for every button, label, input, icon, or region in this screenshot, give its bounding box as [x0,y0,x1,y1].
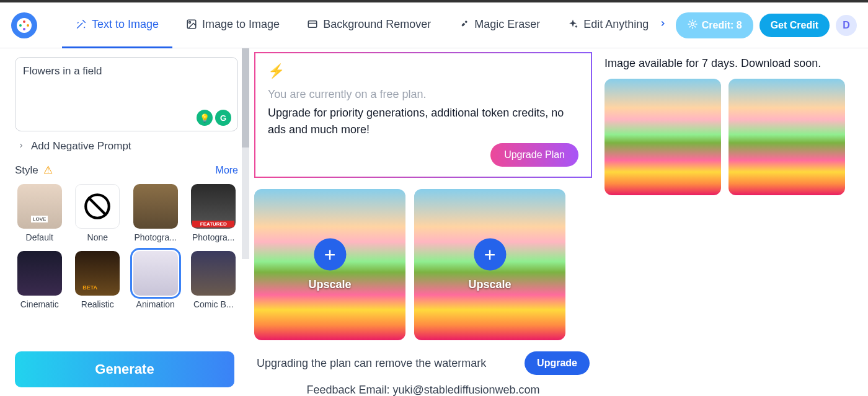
upscale-plus-icon[interactable]: + [314,239,346,271]
get-credit-button[interactable]: Get Credit [760,14,830,37]
warning-icon: ⚠ [43,164,53,177]
style-comic-book[interactable]: Comic B... [189,251,239,309]
style-realistic[interactable]: Realistic [73,251,123,309]
nav-edit-anything[interactable]: Edit Anything [554,2,652,48]
wand-icon [76,19,87,30]
prompt-input[interactable]: Flowers in a field 💡 G [15,57,238,131]
upgrade-description: Upgrade for priority generations, additi… [268,105,578,138]
nav-label: Image to Image [202,18,280,31]
svg-point-1 [189,22,191,24]
prompt-text: Flowers in a field [23,65,230,77]
nav-text-to-image[interactable]: Text to Image [62,2,172,48]
style-grid: Default None Photogra... Photogra... Cin… [15,184,238,309]
eraser-bg-icon [307,19,318,30]
style-none[interactable]: None [73,184,123,242]
generate-button[interactable]: Generate [15,351,234,387]
sidebar: Flowers in a field 💡 G Add Negative Prom… [0,48,249,396]
upgrade-button[interactable]: Upgrade [525,351,590,375]
bolt-icon: ⚡ [268,63,578,79]
style-more-link[interactable]: More [216,165,238,176]
style-photography-2[interactable]: Photogra... [189,184,239,242]
upgrade-plan-button[interactable]: Upgrade Plan [490,143,578,167]
generated-image-2[interactable]: + Upscale [414,189,565,340]
nav-more-chevron[interactable] [652,17,673,34]
nav-magic-eraser[interactable]: Magic Eraser [445,2,554,48]
nav-label: Edit Anything [583,18,649,31]
main-content: ⚡ You are currently on a free plan. Upgr… [249,48,600,396]
nav-label: Magic Eraser [474,18,540,31]
nav-label: Text to Image [92,18,159,31]
style-photography-1[interactable]: Photogra... [131,184,180,242]
lightbulb-icon[interactable]: 💡 [197,110,213,126]
upgrade-banner: ⚡ You are currently on a free plan. Upgr… [254,52,592,178]
credit-label: Credit: 8 [702,20,742,31]
nav-label: Background Remover [323,18,431,31]
svg-point-3 [691,22,694,25]
none-icon [75,184,120,229]
credit-icon [687,19,698,32]
availability-text: Image available for 7 days. Download soo… [604,57,857,70]
header: Text to Image Image to Image Background … [0,2,868,48]
style-animation[interactable]: Animation [131,251,180,309]
negative-prompt-label: Add Negative Prompt [31,140,131,152]
style-default[interactable]: Default [15,184,64,242]
upscale-plus-icon[interactable]: + [474,239,506,271]
sparkle-icon [567,19,578,30]
style-cinematic[interactable]: Cinematic [15,251,64,309]
chevron-right-icon [17,140,25,152]
sidebar-scrollbar[interactable] [242,48,249,259]
nav-background-remover[interactable]: Background Remover [293,2,445,48]
thumbnail-image-2[interactable] [728,79,845,195]
image-icon [186,19,197,30]
app-logo[interactable] [11,12,37,38]
upscale-label: Upscale [308,278,351,291]
main-nav: Text to Image Image to Image Background … [62,2,676,48]
style-section-label: Style ⚠ [15,164,53,177]
watermark-text: Upgrading the plan can remove the waterm… [257,357,486,370]
feedback-email: Feedback Email: yuki@stablediffusionweb.… [254,384,592,396]
free-plan-text: You are currently on a free plan. [268,88,578,101]
credit-pill[interactable]: Credit: 8 [676,12,753,38]
nav-image-to-image[interactable]: Image to Image [172,2,293,48]
upscale-label: Upscale [468,278,511,291]
thumbnail-image-1[interactable] [604,79,721,195]
brush-icon [458,19,469,30]
generated-image-1[interactable]: + Upscale [254,189,405,340]
user-avatar[interactable]: D [836,15,857,36]
right-panel: Image available for 7 days. Download soo… [600,48,868,396]
grammarly-icon[interactable]: G [215,110,231,126]
add-negative-prompt[interactable]: Add Negative Prompt [15,140,238,152]
svg-rect-2 [308,21,317,28]
